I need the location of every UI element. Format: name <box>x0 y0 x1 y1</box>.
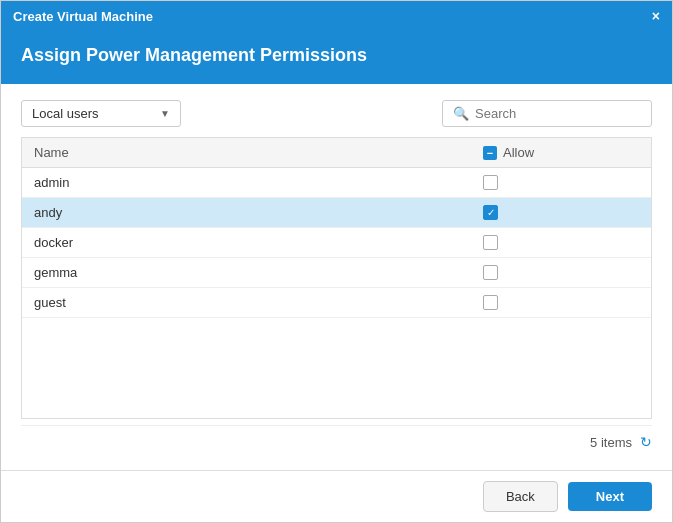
user-name-cell: gemma <box>22 258 471 288</box>
user-name-cell: guest <box>22 288 471 318</box>
search-input[interactable] <box>475 106 641 121</box>
table-row[interactable]: andy✓ <box>22 198 651 228</box>
allow-cell <box>471 288 651 318</box>
footer-buttons: Back Next <box>1 470 672 522</box>
allow-cell <box>471 228 651 258</box>
allow-cell: ✓ <box>471 198 651 228</box>
allow-checkbox[interactable] <box>483 265 498 280</box>
allow-checkbox[interactable] <box>483 235 498 250</box>
search-icon: 🔍 <box>453 106 469 121</box>
dropdown-arrow-icon: ▼ <box>160 108 170 119</box>
search-box: 🔍 <box>442 100 652 127</box>
back-button[interactable]: Back <box>483 481 558 512</box>
next-button[interactable]: Next <box>568 482 652 511</box>
allow-checkbox[interactable]: ✓ <box>483 205 498 220</box>
allow-checkbox[interactable] <box>483 175 498 190</box>
deselect-all-icon[interactable]: − <box>483 146 497 160</box>
table-row[interactable]: guest <box>22 288 651 318</box>
dropdown-label: Local users <box>32 106 98 121</box>
allow-cell <box>471 258 651 288</box>
page-title: Assign Power Management Permissions <box>21 45 652 66</box>
toolbar: Local users ▼ 🔍 <box>21 100 652 127</box>
user-name-cell: docker <box>22 228 471 258</box>
allow-cell <box>471 168 651 198</box>
user-name-cell: andy <box>22 198 471 228</box>
name-column-header: Name <box>22 138 471 168</box>
table-row[interactable]: gemma <box>22 258 651 288</box>
allow-checkbox[interactable] <box>483 295 498 310</box>
table-row[interactable]: docker <box>22 228 651 258</box>
refresh-icon[interactable]: ↻ <box>640 434 652 450</box>
users-table: Name − Allow adminandy✓dockergemmaguest <box>21 137 652 419</box>
dialog-title: Create Virtual Machine <box>13 9 153 24</box>
close-button[interactable]: × <box>652 8 660 24</box>
table-row[interactable]: admin <box>22 168 651 198</box>
user-name-cell: admin <box>22 168 471 198</box>
header-section: Assign Power Management Permissions <box>1 31 672 84</box>
title-bar: Create Virtual Machine × <box>1 1 672 31</box>
dialog: Create Virtual Machine × Assign Power Ma… <box>0 0 673 523</box>
items-count: 5 items <box>590 435 632 450</box>
user-type-dropdown[interactable]: Local users ▼ <box>21 100 181 127</box>
allow-column-header: − Allow <box>471 138 651 168</box>
content-area: Local users ▼ 🔍 Name − Allow <box>1 84 672 470</box>
footer-status: 5 items ↻ <box>21 425 652 454</box>
